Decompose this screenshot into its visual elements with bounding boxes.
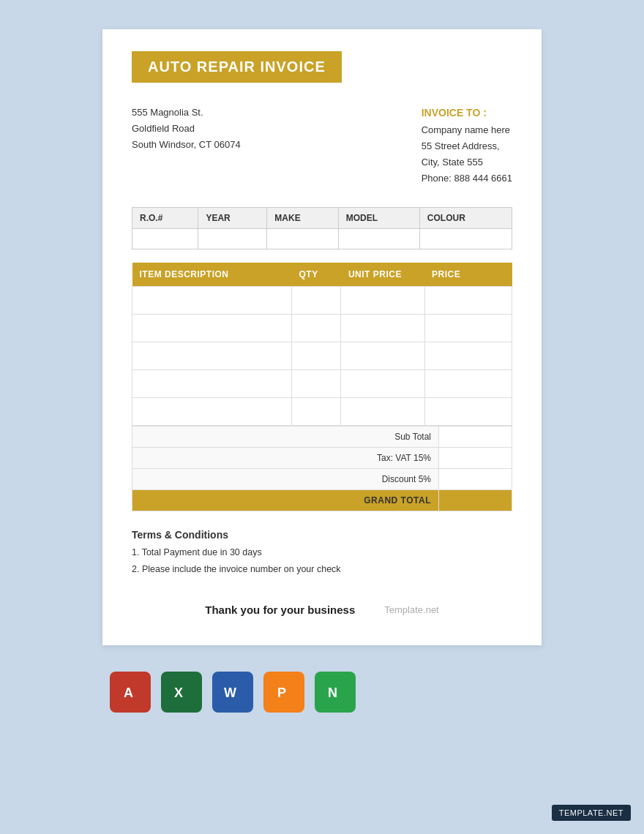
pages-icon[interactable]: P [263, 672, 304, 713]
item-qty-3 [291, 342, 340, 370]
terms-line1: 1. Total Payment due in 30 days [132, 544, 512, 561]
svg-text:P: P [277, 685, 286, 700]
grand-total-value [439, 490, 512, 511]
item-unit-2 [341, 315, 424, 342]
tax-row: Tax: VAT 15% [132, 448, 512, 469]
tax-value [439, 448, 512, 469]
vehicle-model [338, 229, 419, 249]
invoice-to-label: INVOICE TO : [422, 105, 512, 122]
item-price-3 [424, 342, 512, 370]
terms-line2: 2. Please include the invoice number on … [132, 561, 512, 578]
items-table: ITEM DESCRIPTION QTY UNIT PRICE PRICE [132, 263, 512, 426]
vehicle-year [198, 229, 267, 249]
item-price-1 [424, 287, 512, 315]
vehicle-header-colour: COLOUR [419, 208, 512, 229]
item-desc-5 [132, 398, 292, 426]
discount-label: Discount 5% [132, 469, 439, 490]
to-line2: 55 Street Address, [422, 138, 512, 154]
totals-table: Sub Total Tax: VAT 15% Discount 5% GRAND… [132, 426, 512, 511]
excel-icon[interactable]: X [161, 672, 202, 713]
word-icon[interactable]: W [212, 672, 253, 713]
item-qty-4 [291, 370, 340, 398]
subtotal-label: Sub Total [132, 427, 439, 448]
svg-text:X: X [174, 685, 183, 700]
vehicle-colour [419, 229, 512, 249]
vehicle-ro [132, 229, 198, 249]
item-desc-4 [132, 370, 292, 398]
vehicle-header-year: YEAR [198, 208, 267, 229]
to-line1: Company name here [422, 122, 512, 138]
item-row [132, 370, 512, 398]
item-qty-5 [291, 398, 340, 426]
from-line2: Goldfield Road [132, 121, 241, 137]
item-qty-2 [291, 315, 340, 342]
item-unit-1 [341, 287, 424, 315]
item-qty-1 [291, 287, 340, 315]
vehicle-header-ro: R.O.# [132, 208, 198, 229]
vehicle-make [267, 229, 338, 249]
subtotal-row: Sub Total [132, 427, 512, 448]
vehicle-table: R.O.# YEAR MAKE MODEL COLOUR [132, 207, 512, 249]
header-section: 555 Magnolia St. Goldfield Road South Wi… [132, 105, 512, 187]
invoice-title-box: AUTO REPAIR INVOICE [132, 51, 342, 83]
thank-you-text: Thank you for your business [205, 604, 355, 616]
item-desc-3 [132, 342, 292, 370]
grand-total-row: GRAND TOTAL [132, 490, 512, 511]
thank-you-section: Thank you for your business Template.net [132, 604, 512, 616]
app-icons-row: A X W P N [102, 672, 542, 713]
numbers-icon[interactable]: N [315, 672, 356, 713]
subtotal-value [439, 427, 512, 448]
item-price-5 [424, 398, 512, 426]
vehicle-header-make: MAKE [267, 208, 338, 229]
item-price-2 [424, 315, 512, 342]
item-row [132, 342, 512, 370]
items-header-qty: QTY [291, 263, 340, 287]
to-section: INVOICE TO : Company name here 55 Street… [422, 105, 512, 187]
item-price-4 [424, 370, 512, 398]
invoice-card: AUTO REPAIR INVOICE 555 Magnolia St. Gol… [102, 29, 542, 645]
vehicle-row [132, 229, 512, 249]
item-row [132, 398, 512, 426]
items-header-desc: ITEM DESCRIPTION [132, 263, 292, 287]
tax-label: Tax: VAT 15% [132, 448, 439, 469]
grand-total-label: GRAND TOTAL [132, 490, 439, 511]
item-unit-3 [341, 342, 424, 370]
item-row [132, 287, 512, 315]
page-wrapper: AUTO REPAIR INVOICE 555 Magnolia St. Gol… [0, 29, 644, 713]
from-line3: South Windsor, CT 06074 [132, 137, 241, 153]
to-line3: City, State 555 [422, 154, 512, 170]
items-header-unit: UNIT PRICE [341, 263, 424, 287]
item-unit-4 [341, 370, 424, 398]
invoice-title: AUTO REPAIR INVOICE [148, 59, 326, 75]
terms-title: Terms & Conditions [132, 529, 512, 541]
svg-text:N: N [328, 685, 337, 700]
from-address: 555 Magnolia St. Goldfield Road South Wi… [132, 105, 241, 187]
from-line1: 555 Magnolia St. [132, 105, 241, 121]
pdf-icon[interactable]: A [110, 672, 151, 713]
terms-section: Terms & Conditions 1. Total Payment due … [132, 529, 512, 577]
watermark-text: Template.net [384, 604, 438, 615]
items-header-price: PRICE [424, 263, 512, 287]
template-net-badge: TEMPLATE.NET [552, 805, 631, 821]
discount-value [439, 469, 512, 490]
discount-row: Discount 5% [132, 469, 512, 490]
to-line4: Phone: 888 444 6661 [422, 170, 512, 187]
item-unit-5 [341, 398, 424, 426]
svg-text:W: W [224, 685, 236, 700]
item-desc-1 [132, 287, 292, 315]
vehicle-header-model: MODEL [338, 208, 419, 229]
svg-text:A: A [124, 685, 133, 700]
item-row [132, 315, 512, 342]
item-desc-2 [132, 315, 292, 342]
